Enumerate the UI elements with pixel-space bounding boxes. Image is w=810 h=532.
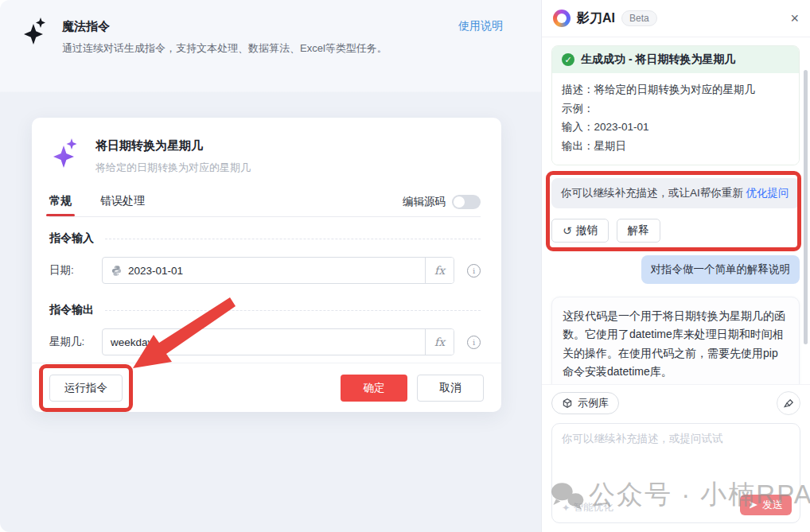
info-icon[interactable]: i [467, 336, 481, 349]
app-window: 魔法指令 通过连续对话生成指令，支持文本处理、数据算法、Excel等类型任务。 … [0, 0, 810, 532]
user-message-bubble: 对指令做一个简单的解释说明 [641, 255, 800, 284]
page-title: 魔法指令 [62, 14, 387, 34]
clear-chat-button[interactable] [777, 391, 800, 415]
weekday-output-row: 星期几: weekday fx i [49, 328, 481, 355]
undo-label: 撤销 [576, 223, 598, 238]
command-summary: 描述：将给定的日期转换为对应的星期几 示例： 输入：2023-01-01 输出：… [552, 73, 799, 165]
send-button[interactable]: 发送 [740, 495, 792, 515]
generation-result-card: ✓ 生成成功 - 将日期转换为星期几 描述：将给定的日期转换为对应的星期几 示例… [551, 45, 800, 165]
chat-input[interactable] [562, 432, 790, 489]
send-icon [749, 500, 758, 510]
output-section-title: 指令输出 [49, 303, 94, 317]
run-command-button[interactable]: 运行指令 [49, 375, 123, 402]
edit-source-toggle[interactable] [452, 195, 481, 209]
chat-footer: 示例库 ✦ 智能优化 发送 [542, 384, 810, 532]
examples-library-button[interactable]: 示例库 [551, 392, 619, 414]
info-icon[interactable]: i [467, 264, 481, 278]
command-sparkle-icon [49, 137, 81, 173]
date-input-field[interactable]: 2023-01-01 fx [102, 257, 454, 284]
scrollbar-thumb[interactable] [804, 70, 808, 344]
cube-icon [562, 398, 573, 409]
edit-source-label: 编辑源码 [403, 195, 446, 209]
ai-panel-header: 影刀AI Beta × [542, 0, 810, 37]
weekday-output-field[interactable]: weekday fx [102, 328, 454, 355]
magic-command-header: 魔法指令 通过连续对话生成指令，支持文本处理、数据算法、Excel等类型任务。 … [0, 0, 541, 56]
hint-bubble: 你可以继续补充描述，或让AI帮你重新 优化提问 [551, 178, 800, 208]
fx-button[interactable]: fx [425, 329, 454, 355]
magic-command-titles: 魔法指令 通过连续对话生成指令，支持文本处理、数据算法、Excel等类型任务。 [62, 14, 387, 56]
hint-group: 你可以继续补充描述，或让AI帮你重新 优化提问 ↺ 撤销 解释 [551, 178, 800, 243]
chat-area: ✓ 生成成功 - 将日期转换为星期几 描述：将给定的日期转换为对应的星期几 示例… [542, 37, 810, 384]
close-icon[interactable]: × [790, 11, 799, 25]
tab-error-handling[interactable]: 错误处理 [100, 194, 145, 216]
cancel-button[interactable]: 取消 [417, 375, 484, 402]
summary-input: 输入：2023-01-01 [562, 118, 789, 137]
ai-assistant-panel: 影刀AI Beta × ✓ 生成成功 - 将日期转换为星期几 描述：将给定的日期… [541, 0, 810, 532]
success-text: 生成成功 - 将日期转换为星期几 [581, 52, 735, 67]
weekday-field-label: 星期几: [49, 335, 102, 349]
tab-general[interactable]: 常规 [49, 194, 72, 216]
undo-button[interactable]: ↺ 撤销 [551, 219, 609, 243]
page-subtitle: 通过连续对话生成指令，支持文本处理、数据算法、Excel等类型任务。 [62, 41, 387, 56]
summary-output: 输出：星期日 [562, 137, 789, 156]
success-banner: ✓ 生成成功 - 将日期转换为星期几 [552, 46, 799, 73]
divider [105, 239, 481, 239]
python-icon [111, 265, 123, 277]
send-label: 发送 [762, 498, 783, 512]
confirm-button[interactable]: 确定 [341, 375, 407, 402]
smart-optimize-control[interactable]: ✦ 智能优化 [562, 501, 613, 515]
sparkle-icon: ✦ [562, 502, 570, 514]
magic-sparkle-icon [19, 16, 51, 51]
command-title: 将日期转换为星期几 [95, 137, 251, 153]
yingdao-ai-logo-icon [553, 10, 571, 27]
input-section-title: 指令输入 [49, 231, 94, 246]
summary-description: 描述：将给定的日期转换为对应的星期几 [562, 80, 789, 99]
summary-example-label: 示例： [562, 99, 789, 118]
ai-message-bubble: 这段代码是一个用于将日期转换为星期几的函数。它使用了datetime库来处理日期… [551, 297, 800, 385]
ai-message-paragraph: 这段代码是一个用于将日期转换为星期几的函数。它使用了datetime库来处理日期… [563, 307, 789, 382]
divider [105, 310, 481, 311]
check-icon: ✓ [562, 53, 574, 66]
explain-button[interactable]: 解释 [617, 219, 660, 243]
date-input-value: 2023-01-01 [128, 265, 183, 277]
command-description: 将给定的日期转换为对应的星期几 [95, 161, 251, 175]
edit-source-control: 编辑源码 [403, 195, 481, 216]
examples-library-label: 示例库 [578, 396, 609, 410]
date-input-row: 日期: 2023-01-01 fx i [49, 257, 481, 284]
chat-input-box: ✦ 智能优化 发送 [551, 423, 800, 523]
smart-optimize-label: 智能优化 [573, 501, 613, 515]
ai-panel-title: 影刀AI [577, 10, 615, 27]
command-titles: 将日期转换为星期几 将给定的日期转换为对应的星期几 [95, 137, 251, 175]
magic-command-panel: 魔法指令 通过连续对话生成指令，支持文本处理、数据算法、Excel等类型任务。 … [0, 0, 541, 532]
brush-icon [783, 398, 795, 410]
beta-badge: Beta [621, 10, 657, 26]
hint-text: 你可以继续补充描述，或让AI帮你重新 [561, 187, 746, 199]
weekday-output-value: weekday [111, 336, 153, 348]
date-field-label: 日期: [49, 263, 102, 278]
command-dialog: 将日期转换为星期几 将给定的日期转换为对应的星期几 常规 错误处理 编辑源码 指… [32, 118, 501, 412]
optimize-question-link[interactable]: 优化提问 [746, 187, 789, 199]
usage-help-link[interactable]: 使用说明 [458, 19, 503, 33]
undo-icon: ↺ [563, 224, 572, 237]
fx-button[interactable]: fx [425, 258, 454, 283]
